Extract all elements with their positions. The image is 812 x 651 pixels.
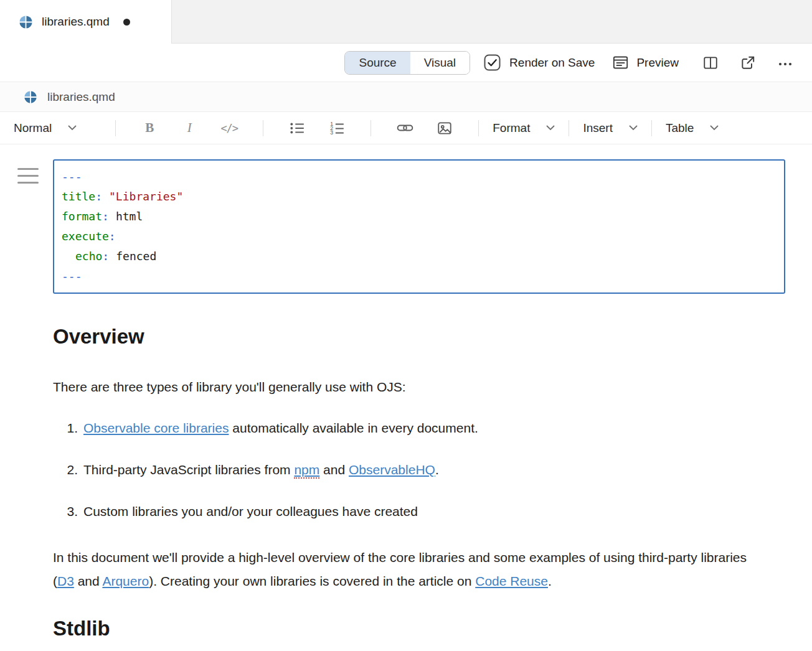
inline-link[interactable]: Code Reuse bbox=[475, 574, 548, 588]
inline-link[interactable]: D3 bbox=[57, 574, 74, 588]
list-number: 3. bbox=[53, 503, 78, 520]
heading-overview: Overview bbox=[53, 324, 785, 350]
mode-toggle: Source Visual bbox=[344, 51, 470, 75]
toolbar-separator bbox=[263, 120, 263, 136]
inline-text: Third-party JavaScript libraries from bbox=[83, 462, 294, 477]
toolbar-separator bbox=[371, 120, 371, 136]
tab-title: libraries.qmd bbox=[42, 15, 110, 29]
inline-link[interactable]: Arquero bbox=[102, 574, 149, 588]
drag-handle-icon[interactable] bbox=[17, 168, 39, 189]
inline-link[interactable]: Observable core libraries bbox=[83, 421, 229, 435]
list-item: 2.Third-party JavaScript libraries from … bbox=[53, 461, 785, 478]
intro-paragraph: There are three types of library you'll … bbox=[53, 375, 785, 400]
formatting-toolbar: Normal B I </> 1 2 3 bbox=[0, 112, 812, 144]
document-canvas[interactable]: --- title:"Libraries" format:html execut… bbox=[0, 144, 812, 651]
table-menu-label: Table bbox=[666, 121, 694, 135]
inline-text: automatically available in every documen… bbox=[229, 421, 478, 435]
tab-libraries-qmd[interactable]: libraries.qmd bbox=[0, 0, 172, 44]
tab-bar: libraries.qmd bbox=[0, 0, 812, 44]
chevron-down-icon bbox=[710, 125, 719, 131]
yaml-entry-execute: execute: bbox=[62, 227, 777, 246]
list-item-text: Observable core libraries automatically … bbox=[83, 421, 478, 435]
render-on-save-toggle[interactable]: Render on Save bbox=[484, 54, 595, 71]
list-item-text: Custom libraries you and/or your colleag… bbox=[83, 504, 418, 518]
breadcrumb-filename[interactable]: libraries.qmd bbox=[47, 90, 115, 104]
list-number: 1. bbox=[53, 419, 78, 436]
chevron-down-icon bbox=[546, 125, 555, 131]
toolbar-separator bbox=[115, 120, 116, 136]
split-editor-icon[interactable] bbox=[702, 55, 719, 71]
inline-text: ). Creating your own libraries is covere… bbox=[149, 574, 475, 588]
paragraph-style-dropdown[interactable]: Normal bbox=[14, 121, 102, 135]
source-mode-button[interactable]: Source bbox=[345, 52, 410, 74]
toolbar-separator bbox=[651, 120, 652, 136]
more-actions-icon[interactable] bbox=[777, 55, 793, 71]
ordered-list: 1.Observable core libraries automaticall… bbox=[53, 419, 785, 520]
inline-text: and bbox=[74, 574, 103, 588]
inline-text: . bbox=[435, 462, 439, 477]
open-new-window-icon[interactable] bbox=[740, 55, 756, 71]
list-number: 2. bbox=[53, 461, 78, 478]
image-button[interactable] bbox=[425, 117, 465, 139]
numbered-list-button[interactable]: 1 2 3 bbox=[317, 117, 357, 139]
toolbar-separator bbox=[478, 120, 479, 136]
table-menu[interactable]: Table bbox=[666, 121, 719, 135]
inline-text: Custom libraries you and/or your colleag… bbox=[83, 504, 418, 518]
insert-menu[interactable]: Insert bbox=[583, 121, 638, 135]
heading-stdlib: Stdlib bbox=[53, 616, 785, 642]
chevron-down-icon bbox=[68, 125, 77, 131]
format-menu[interactable]: Format bbox=[493, 121, 555, 135]
yaml-delimiter: --- bbox=[62, 167, 777, 187]
code-button[interactable]: </> bbox=[209, 117, 249, 139]
preview-label: Preview bbox=[636, 56, 679, 70]
inline-link[interactable]: ObservableHQ bbox=[349, 462, 435, 477]
closing-paragraph: In this document we'll provide a high-le… bbox=[53, 546, 769, 593]
format-menu-label: Format bbox=[493, 121, 530, 135]
editor-toolbar: Source Visual Render on Save Preview bbox=[0, 44, 812, 82]
paragraph-style-label: Normal bbox=[14, 121, 52, 135]
link-button[interactable] bbox=[385, 117, 425, 139]
preview-button[interactable]: Preview bbox=[612, 54, 679, 71]
yaml-entry-format: format:html bbox=[62, 207, 777, 227]
list-item: 3.Custom libraries you and/or your colle… bbox=[53, 503, 785, 520]
breadcrumb: libraries.qmd bbox=[0, 82, 812, 112]
yaml-metadata-block[interactable]: --- title:"Libraries" format:html execut… bbox=[53, 159, 785, 294]
svg-text:3: 3 bbox=[330, 129, 333, 136]
list-item-text: Third-party JavaScript libraries from np… bbox=[83, 462, 439, 479]
yaml-entry-title: title:"Libraries" bbox=[62, 187, 777, 207]
inline-text: and bbox=[319, 462, 349, 477]
visual-mode-button[interactable]: Visual bbox=[410, 52, 470, 74]
yaml-delimiter: --- bbox=[62, 266, 777, 286]
quarto-icon bbox=[19, 15, 33, 29]
bold-button[interactable]: B bbox=[130, 117, 169, 139]
quarto-icon bbox=[24, 90, 37, 104]
bullet-list-button[interactable] bbox=[277, 117, 317, 139]
checkbox-checked-icon[interactable] bbox=[484, 54, 501, 71]
preview-pane-icon bbox=[612, 54, 629, 71]
inline-text: . bbox=[548, 574, 552, 588]
yaml-entry-echo: echo:fenced bbox=[62, 246, 777, 266]
inline-link[interactable]: npm bbox=[294, 462, 319, 479]
list-item: 1.Observable core libraries automaticall… bbox=[53, 419, 785, 436]
chevron-down-icon bbox=[629, 125, 638, 131]
italic-button[interactable]: I bbox=[169, 117, 209, 139]
render-on-save-label: Render on Save bbox=[509, 56, 595, 70]
toolbar-separator bbox=[569, 120, 569, 136]
unsaved-indicator-dot bbox=[123, 19, 130, 26]
insert-menu-label: Insert bbox=[583, 121, 613, 135]
